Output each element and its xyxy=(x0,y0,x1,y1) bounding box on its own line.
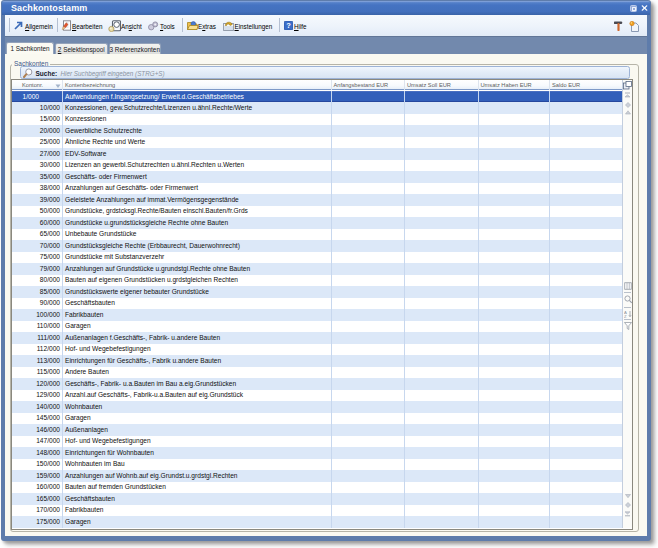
svg-text:?: ? xyxy=(286,21,291,30)
svg-text:Z: Z xyxy=(624,313,627,317)
